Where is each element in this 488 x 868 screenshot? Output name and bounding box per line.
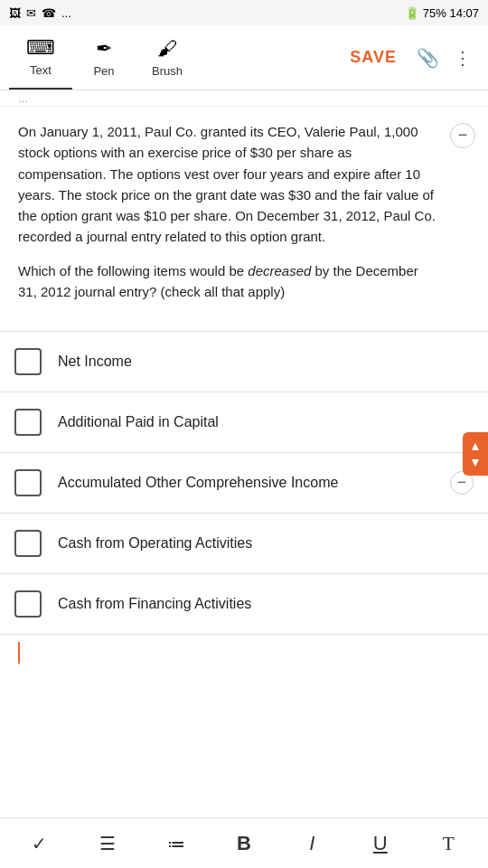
- check-button[interactable]: ✓: [17, 821, 62, 866]
- italic-button[interactable]: I: [289, 821, 334, 866]
- phone-icon: ☎: [42, 6, 56, 20]
- scroll-up-icon: ▲: [469, 439, 482, 452]
- checkbox-list: Net Income Additional Paid in Capital Ac…: [0, 331, 488, 635]
- scroll-handle[interactable]: ▲ ▼: [463, 432, 488, 476]
- bullet-list-button[interactable]: ☰: [85, 821, 130, 866]
- pen-icon: ✒: [96, 37, 112, 61]
- gallery-icon: 🖼: [9, 6, 21, 20]
- list-item: Net Income: [0, 331, 488, 392]
- list-item: Accumulated Other Comprehensive Income −: [0, 452, 488, 513]
- checkbox-additional-paid[interactable]: [14, 409, 42, 436]
- question-minus-button[interactable]: −: [450, 123, 475, 148]
- brush-icon: 🖌: [157, 37, 177, 61]
- status-bar: 🖼 ✉ ☎ ... 🔋 75% 14:07: [0, 0, 488, 25]
- scroll-down-icon: ▼: [469, 456, 482, 468]
- cash-financing-label: Cash from Financing Activities: [58, 594, 474, 614]
- partial-text: ...: [18, 91, 28, 105]
- status-dots: ...: [61, 6, 71, 20]
- checkbox-cash-operating[interactable]: [14, 530, 42, 557]
- partial-scroll-top: ...: [0, 90, 488, 107]
- italic-icon: I: [309, 832, 314, 855]
- status-right: 🔋 75% 14:07: [405, 6, 479, 20]
- font-button[interactable]: T: [426, 821, 471, 866]
- brush-tool-label: Brush: [152, 64, 183, 78]
- question-sub-text: Which of the following items would be: [18, 263, 248, 278]
- attach-button[interactable]: 📎: [409, 40, 446, 76]
- accumulated-label: Accumulated Other Comprehensive Income: [58, 473, 434, 493]
- numbered-list-icon: ≔: [167, 833, 185, 854]
- cursor-area: [0, 635, 488, 671]
- bullet-list-icon: ☰: [99, 833, 116, 854]
- cash-operating-label: Cash from Operating Activities: [58, 533, 474, 553]
- text-cursor: [18, 642, 20, 664]
- keyboard-icon: ⌨: [26, 36, 55, 60]
- pen-tool-label: Pen: [93, 64, 114, 78]
- question-italic-text: decreased: [248, 263, 311, 278]
- bold-button[interactable]: B: [221, 821, 267, 866]
- net-income-label: Net Income: [58, 352, 474, 372]
- question-sub-paragraph: Which of the following items would be de…: [18, 260, 470, 303]
- underline-button[interactable]: U: [358, 821, 403, 866]
- content-area: ... − On January 1, 2011, Paul Co. grant…: [0, 90, 488, 817]
- font-icon: T: [443, 832, 455, 855]
- text-tool[interactable]: ⌨ Text: [9, 26, 72, 90]
- additional-paid-label: Additional Paid in Capital: [58, 412, 474, 432]
- checkbox-accumulated[interactable]: [14, 469, 42, 496]
- main-toolbar: ⌨ Text ✒ Pen 🖌 Brush SAVE 📎 ⋮: [0, 25, 488, 90]
- brush-tool[interactable]: 🖌 Brush: [136, 26, 199, 90]
- check-icon: ✓: [32, 833, 47, 854]
- checkbox-cash-financing[interactable]: [14, 590, 42, 618]
- status-left: 🖼 ✉ ☎ ...: [9, 6, 71, 20]
- list-item: Cash from Operating Activities: [0, 513, 488, 573]
- question-paragraph: On January 1, 2011, Paul Co. granted its…: [18, 121, 470, 248]
- text-tool-label: Text: [30, 63, 52, 77]
- status-icons: 🔋 75% 14:07: [405, 6, 479, 20]
- list-item: Cash from Financing Activities: [0, 573, 488, 635]
- list-item: Additional Paid in Capital: [0, 392, 488, 452]
- numbered-list-button[interactable]: ≔: [154, 821, 199, 866]
- bottom-toolbar: ✓ ☰ ≔ B I U T: [0, 817, 488, 868]
- checkbox-net-income[interactable]: [14, 348, 42, 375]
- underline-icon: U: [373, 832, 388, 855]
- save-button[interactable]: SAVE: [337, 41, 409, 74]
- bold-icon: B: [237, 832, 251, 855]
- more-options-button[interactable]: ⋮: [446, 40, 479, 76]
- mail-icon: ✉: [26, 6, 36, 20]
- question-block: − On January 1, 2011, Paul Co. granted i…: [0, 107, 488, 324]
- pen-tool[interactable]: ✒ Pen: [72, 26, 136, 90]
